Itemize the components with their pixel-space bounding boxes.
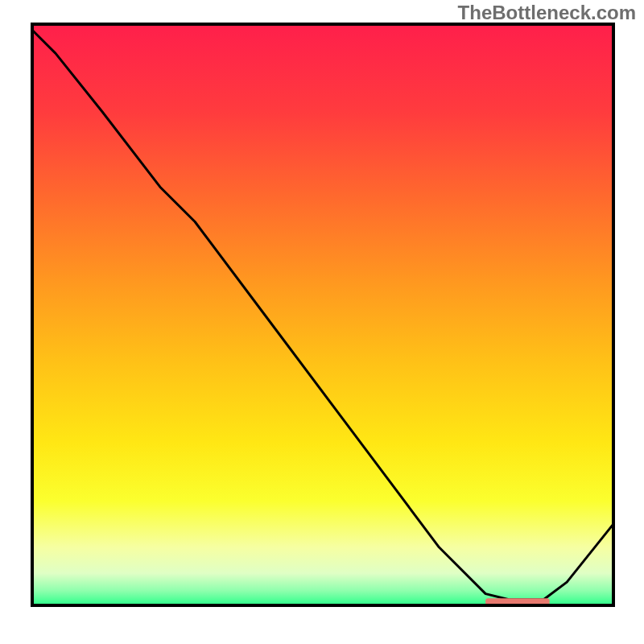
chart-root: TheBottleneck.com <box>0 0 644 644</box>
plot-background <box>32 24 613 605</box>
chart-svg <box>0 0 644 644</box>
